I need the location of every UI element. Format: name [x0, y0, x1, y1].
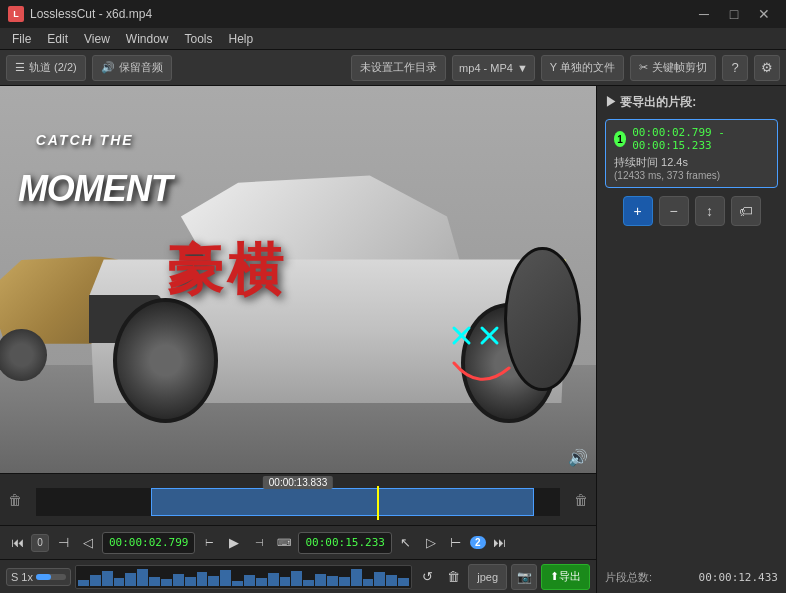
screenshot-button[interactable]: 📷 — [511, 564, 537, 590]
segment-duration: 持续时间 12.4s — [614, 155, 769, 170]
format-dropdown[interactable]: mp4 - MP4 ▼ — [452, 55, 535, 81]
rotate-button[interactable]: ↺ — [416, 566, 438, 588]
speed-icon: S — [11, 571, 18, 583]
jpeg-button[interactable]: jpeg — [468, 564, 507, 590]
format-label: mp4 - MP4 — [459, 62, 513, 74]
audio-toggle-button[interactable]: 🔊 保留音频 — [92, 55, 172, 81]
waveform-bar — [149, 577, 160, 586]
right-panel-spacer — [605, 234, 778, 562]
playhead-time-text: 00:00:13.833 — [269, 477, 327, 488]
menu-window[interactable]: Window — [118, 30, 177, 48]
waveform-bar — [339, 577, 350, 585]
waveform-bar — [232, 581, 243, 586]
speed-control: S 1x — [6, 568, 71, 586]
workdir-button[interactable]: 未设置工作目录 — [351, 55, 446, 81]
menu-file[interactable]: File — [4, 30, 39, 48]
overlay-moment-text: MOMENT — [18, 171, 172, 207]
audio-icon: 🔊 — [101, 61, 115, 74]
frame-badge-0[interactable]: 0 — [31, 534, 49, 552]
menu-edit[interactable]: Edit — [39, 30, 76, 48]
menu-bar: File Edit View Window Tools Help — [0, 28, 786, 50]
segment-controls: + − ↕ 🏷 — [605, 196, 778, 226]
waveform-bar — [374, 572, 385, 586]
waveform-bars — [76, 566, 411, 588]
car-wheel-left — [113, 298, 218, 423]
trash-right-button[interactable]: 🗑 — [574, 492, 588, 508]
tracks-menu-button[interactable]: ☰ 轨道 (2/2) — [6, 55, 86, 81]
waveform-bar — [102, 571, 113, 585]
gear-icon: ⚙ — [761, 60, 773, 75]
total-time: 00:00:12.433 — [699, 571, 778, 584]
file-mode-label: Y 单独的文件 — [550, 60, 615, 75]
controls-bar: ⏮ 0 ⊣ ◁ 00:00:02.799 ⊢ ▶ ⊣ ⌨ 00:00:15.23… — [0, 525, 596, 559]
waveform-bar — [315, 574, 326, 586]
moment-text: MOMENT — [18, 168, 172, 209]
segment-item: 1 00:00:02.799 - 00:00:15.233 持续时间 12.4s… — [605, 119, 778, 188]
end-timecode[interactable]: 00:00:15.233 — [298, 532, 391, 554]
menu-view[interactable]: View — [76, 30, 118, 48]
menu-tools[interactable]: Tools — [177, 30, 221, 48]
set-start-button[interactable]: ⊢ — [198, 532, 220, 554]
waveform-bar — [173, 574, 184, 586]
waveform-bar — [90, 575, 101, 586]
waveform-bar — [208, 576, 219, 586]
menu-help[interactable]: Help — [221, 30, 262, 48]
waveform-area — [75, 565, 412, 589]
help-button[interactable]: ? — [722, 55, 748, 81]
title-bar: L LosslessCut - x6d.mp4 ─ □ ✕ — [0, 0, 786, 28]
segment-number-badge: 1 — [614, 131, 626, 147]
waveform-bar — [291, 571, 302, 585]
waveform-bar — [137, 569, 148, 585]
app-title: LosslessCut - x6d.mp4 — [30, 7, 152, 21]
export-button[interactable]: ⬆ 导出 — [541, 564, 590, 590]
waveform-bar — [386, 575, 397, 586]
chinese-text: 豪横 — [167, 238, 287, 301]
waveform-bar — [351, 569, 362, 585]
speed-slider[interactable] — [36, 574, 66, 580]
remove-segment-button[interactable]: − — [659, 196, 689, 226]
video-display: CATCH THE MOMENT 豪横 🔊 — [0, 86, 596, 473]
waveform-bar — [327, 576, 338, 586]
add-segment-button[interactable]: + — [623, 196, 653, 226]
tracks-label: 轨道 (2/2) — [29, 60, 77, 75]
timeline-area[interactable]: 00:00:13.833 🗑 🗑 — [0, 473, 596, 525]
file-mode-button[interactable]: Y 单独的文件 — [541, 55, 624, 81]
jpeg-label-text: jpeg — [477, 571, 498, 583]
skip-prev-key-button[interactable]: ⊣ — [52, 532, 74, 554]
tag-segment-button[interactable]: 🏷 — [731, 196, 761, 226]
catch-the-text: CATCH THE — [36, 132, 134, 148]
cursor-mode-button[interactable]: ↖ — [395, 532, 417, 554]
frame-fwd-button[interactable]: ▷ — [420, 532, 442, 554]
trash-left-button[interactable]: 🗑 — [8, 492, 22, 508]
segment-duration-detail: (12433 ms, 373 frames) — [614, 170, 769, 181]
delete-segment-button[interactable]: 🗑 — [442, 566, 464, 588]
speed-value: 1x — [21, 571, 33, 583]
bottom-bar: S 1x — [0, 559, 596, 593]
sort-segments-button[interactable]: ↕ — [695, 196, 725, 226]
play-button[interactable]: ▶ — [223, 532, 245, 554]
maximize-button[interactable]: □ — [720, 0, 748, 28]
settings-button[interactable]: ⚙ — [754, 55, 780, 81]
main-area: CATCH THE MOMENT 豪横 🔊 — [0, 86, 786, 593]
start-timecode[interactable]: 00:00:02.799 — [102, 532, 195, 554]
end-time-text: 00:00:15.233 — [305, 536, 384, 549]
skip-to-end-button[interactable]: ⏭ — [489, 532, 511, 554]
set-keyframe-button[interactable]: ⌨ — [273, 532, 295, 554]
minimize-button[interactable]: ─ — [690, 0, 718, 28]
cut-mode-button[interactable]: ✂ 关键帧剪切 — [630, 55, 716, 81]
skip-next-key-button[interactable]: ⊢ — [445, 532, 467, 554]
segment-item-header: 1 00:00:02.799 - 00:00:15.233 — [614, 126, 769, 152]
app-icon: L — [8, 6, 24, 22]
close-button[interactable]: ✕ — [750, 0, 778, 28]
timeline-track[interactable] — [36, 488, 560, 516]
volume-icon[interactable]: 🔊 — [568, 448, 588, 467]
skip-to-start-button[interactable]: ⏮ — [6, 532, 28, 554]
segment-number: 1 — [617, 134, 623, 145]
frame-back-button[interactable]: ◁ — [77, 532, 99, 554]
export-label-text: 导出 — [559, 569, 581, 584]
waveform-bar — [125, 573, 136, 586]
set-end-button[interactable]: ⊣ — [248, 532, 270, 554]
waveform-bar — [161, 579, 172, 585]
waveform-bar — [363, 579, 374, 585]
hamburger-icon: ☰ — [15, 61, 25, 74]
